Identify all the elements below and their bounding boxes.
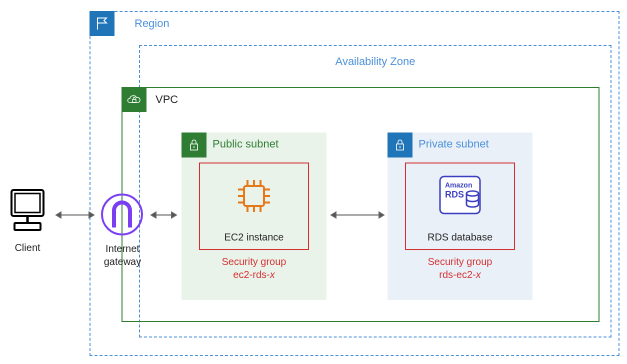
svg-rect-22 <box>15 194 40 212</box>
ec2-security-group-box: EC2 instance <box>199 162 309 250</box>
ec2-chip-icon <box>232 174 276 220</box>
rds-logo-line1: Amazon <box>445 181 472 189</box>
private-subnet-lock-icon <box>388 132 412 158</box>
vpc-label: VPC <box>156 93 178 106</box>
svg-marker-28 <box>89 212 94 218</box>
client-computer-icon <box>8 185 48 237</box>
rds-sg-line2-prefix: rds-ec2- <box>439 269 476 280</box>
rds-sg-line2-var: x <box>476 269 481 280</box>
rds-caption: RDS database <box>406 232 514 243</box>
region-flag-icon <box>90 11 114 36</box>
ec2-sg-label: Security group ec2-rds-x <box>199 255 309 281</box>
internet-gateway-icon <box>100 192 144 238</box>
svg-rect-24 <box>14 223 40 230</box>
arrow-ec2-rds <box>325 210 390 220</box>
rds-sg-label: Security group rds-ec2-x <box>405 255 515 281</box>
svg-marker-33 <box>331 212 336 218</box>
rds-logo-icon: Amazon RDS <box>435 172 485 220</box>
region-label: Region <box>134 17 170 30</box>
svg-marker-30 <box>151 212 156 218</box>
rds-security-group-box: Amazon RDS RDS database <box>405 162 515 250</box>
svg-rect-1 <box>132 100 136 102</box>
arrow-client-igw <box>50 210 100 220</box>
svg-point-3 <box>194 146 195 148</box>
svg-point-5 <box>400 146 401 148</box>
ec2-caption: EC2 instance <box>200 232 308 243</box>
internet-gateway-label: Internet gateway <box>95 242 150 268</box>
vpc-cloud-lock-icon <box>122 87 146 112</box>
rds-sg-line1: Security group <box>428 256 492 267</box>
arrow-igw-ec2 <box>145 210 182 220</box>
ec2-sg-line2-var: x <box>270 269 275 280</box>
public-subnet-lock-icon <box>182 132 206 158</box>
svg-rect-6 <box>244 186 264 206</box>
ec2-sg-line2-prefix: ec2-rds- <box>233 269 270 280</box>
aws-architecture-diagram: Region Availability Zone VPC Public subn… <box>0 0 627 364</box>
public-subnet-label: Public subnet <box>212 138 278 150</box>
igw-line1: Internet <box>106 243 140 254</box>
private-subnet-label: Private subnet <box>418 138 489 150</box>
client-label: Client <box>8 242 48 254</box>
svg-marker-34 <box>379 212 384 218</box>
ec2-sg-line1: Security group <box>222 256 286 267</box>
svg-marker-31 <box>172 212 176 218</box>
availability-zone-label: Availability Zone <box>336 55 416 68</box>
igw-line2: gateway <box>104 256 142 267</box>
rds-logo-line2: RDS <box>445 190 464 200</box>
svg-marker-27 <box>56 212 61 218</box>
